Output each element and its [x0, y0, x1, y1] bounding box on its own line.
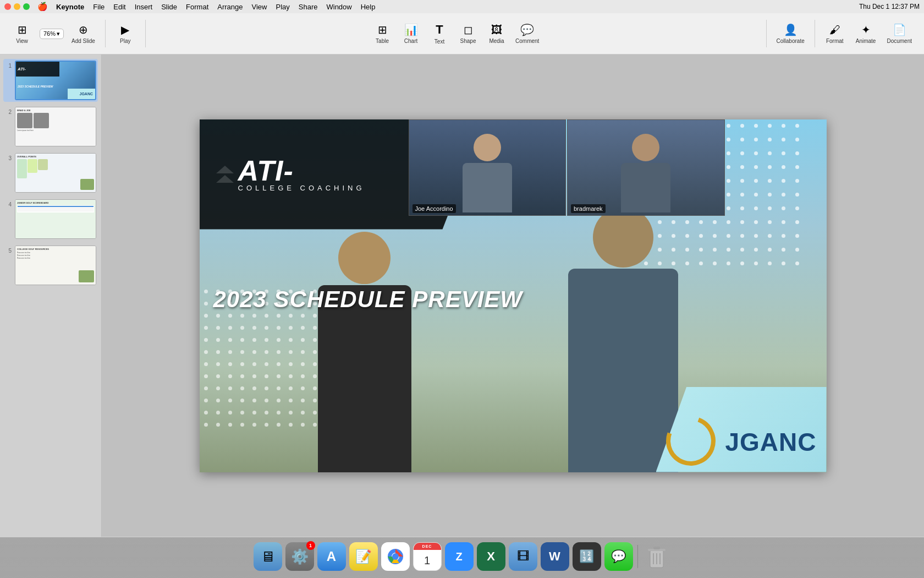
video-box-brad: bradmarek [567, 119, 725, 216]
menu-keynote[interactable]: Keynote [52, 2, 88, 12]
slide-num-5: 5 [5, 248, 12, 254]
dock-system-prefs[interactable]: ⚙️ 1 [285, 542, 314, 571]
svg-rect-5 [653, 547, 660, 549]
collaborate-button[interactable]: 👤 Collaborate [773, 21, 808, 46]
dock-keynote[interactable]: 🎞 [509, 542, 537, 571]
close-button[interactable] [4, 3, 11, 10]
toolbar-sep-4 [815, 20, 815, 47]
add-slide-label: Add Slide [72, 38, 95, 44]
dock-calendar[interactable]: DEC 1 [413, 542, 442, 571]
menu-help[interactable]: Help [357, 2, 380, 12]
menubar-right: Thu Dec 1 12:37 PM [859, 3, 920, 10]
minimize-button[interactable] [14, 3, 20, 10]
ati-coaching-text: COLLEGE COACHING [238, 184, 365, 192]
slide-thumb-2[interactable]: 2 BRAD & JOE Lorem ipsum text here [3, 105, 98, 148]
comment-button[interactable]: 💬 Comment [512, 20, 542, 47]
slide-thumb-4[interactable]: 4 JUNIOR GOLF SCOREBOARD [3, 198, 98, 241]
apple-menu[interactable]: 🍎 [37, 2, 48, 12]
dock-separator [637, 545, 638, 568]
menu-arrange[interactable]: Arrange [213, 2, 246, 12]
slide-num-1: 1 [5, 63, 12, 69]
table-icon: ⊞ [378, 23, 387, 36]
add-slide-icon: ⊕ [79, 23, 88, 36]
play-button[interactable]: ▶ Play [112, 21, 139, 46]
dock-notes[interactable]: 📝 [349, 542, 378, 571]
collaborate-label: Collaborate [777, 38, 805, 44]
collaborate-icon: 👤 [784, 23, 798, 36]
dock-zoom[interactable]: Z [445, 542, 474, 571]
dock-messages[interactable]: 💬 [604, 542, 633, 571]
schedule-preview-text: 2023 SCHEDULE PREVIEW [213, 286, 523, 313]
slide-thumb-5[interactable]: 5 COLLEGE GOLF RESOURCES Resource text l… [3, 244, 98, 287]
comment-icon: 💬 [520, 23, 534, 36]
menu-slide[interactable]: Slide [157, 2, 181, 12]
slide-num-2: 2 [5, 109, 12, 115]
view-button[interactable]: ⊞ View [9, 21, 35, 46]
chart-icon: 📊 [404, 23, 418, 36]
dock-word[interactable]: W [541, 542, 569, 571]
animate-button[interactable]: ✦ Animate [853, 21, 879, 46]
document-label: Document [887, 38, 912, 44]
slide-preview-2: BRAD & JOE Lorem ipsum text here [15, 107, 96, 146]
dock-app-store[interactable]: A [317, 542, 346, 571]
animate-label: Animate [856, 38, 876, 44]
view-icon: ⊞ [18, 23, 27, 36]
format-label: Format [826, 38, 844, 44]
dock-calculator[interactable]: 🔢 [573, 542, 601, 571]
menu-window[interactable]: Window [322, 2, 355, 12]
slide-preview-5: COLLEGE GOLF RESOURCES Resource text lin… [15, 246, 96, 285]
trash-icon [646, 543, 668, 570]
slide-panel: 1 ATI- 2023 SCHEDULE PREVIEW JGANC 2 BRA… [0, 54, 102, 537]
zoom-value: 76% [43, 30, 56, 37]
comment-label: Comment [515, 38, 539, 44]
toolbar: ⊞ View 76% ▾ ⊕ Add Slide ▶ Play ⊞ Table … [0, 13, 924, 54]
shape-icon: ◻ [464, 23, 473, 36]
view-label: View [16, 38, 28, 44]
shape-button[interactable]: ◻ Shape [455, 20, 481, 47]
add-slide-button[interactable]: ⊕ Add Slide [68, 21, 98, 46]
media-button[interactable]: 🖼 Media [483, 20, 510, 47]
toolbar-sep-1 [105, 20, 106, 47]
slide-num-4: 4 [5, 201, 12, 208]
menu-edit[interactable]: Edit [109, 2, 129, 12]
menu-play[interactable]: Play [272, 2, 293, 12]
jganc-text: JGANC [725, 427, 816, 457]
video-overlay-container: Joe Accordino bradmarek [409, 119, 725, 216]
format-icon: 🖌 [829, 24, 840, 36]
toolbar-sep-2 [145, 20, 146, 47]
format-button[interactable]: 🖌 Format [822, 21, 848, 46]
shape-label: Shape [460, 38, 476, 44]
slide-thumb-3[interactable]: 3 OVERALL POINTS [3, 151, 98, 194]
dock-chrome[interactable] [381, 542, 410, 571]
menu-insert[interactable]: Insert [131, 2, 157, 12]
slide-thumb-1[interactable]: 1 ATI- 2023 SCHEDULE PREVIEW JGANC [3, 59, 98, 102]
canvas-area[interactable]: // We'll generate dots programmatically … [102, 54, 924, 537]
document-button[interactable]: 📄 Document [883, 21, 915, 46]
play-label: Play [120, 38, 130, 44]
slide-preview-4: JUNIOR GOLF SCOREBOARD [15, 199, 96, 239]
person-left-figure [282, 203, 447, 472]
dock-finder[interactable]: 🖥 [254, 542, 282, 571]
table-label: Table [376, 38, 389, 44]
zoom-control[interactable]: 76% ▾ [40, 29, 64, 39]
slide-num-3: 3 [5, 155, 12, 161]
menu-share[interactable]: Share [295, 2, 322, 12]
ati-logo-text: ATI- [238, 156, 365, 185]
text-button[interactable]: T Text [426, 20, 453, 47]
text-label: Text [435, 39, 444, 45]
jganc-badge: JGANC [656, 387, 827, 472]
chart-label: Chart [404, 38, 417, 44]
table-button[interactable]: ⊞ Table [369, 20, 395, 47]
chrome-icon [386, 547, 405, 566]
svg-point-2 [392, 553, 399, 560]
menu-format[interactable]: Format [182, 2, 212, 12]
document-icon: 📄 [893, 23, 906, 36]
menu-file[interactable]: File [89, 2, 108, 12]
menu-view[interactable]: View [248, 2, 271, 12]
video-label-brad: bradmarek [571, 204, 606, 213]
dock-trash[interactable] [642, 542, 671, 571]
dock-excel[interactable]: X [477, 542, 505, 571]
fullscreen-button[interactable] [23, 3, 30, 10]
chart-button[interactable]: 📊 Chart [398, 20, 424, 47]
slide-canvas: // We'll generate dots programmatically … [200, 119, 827, 472]
